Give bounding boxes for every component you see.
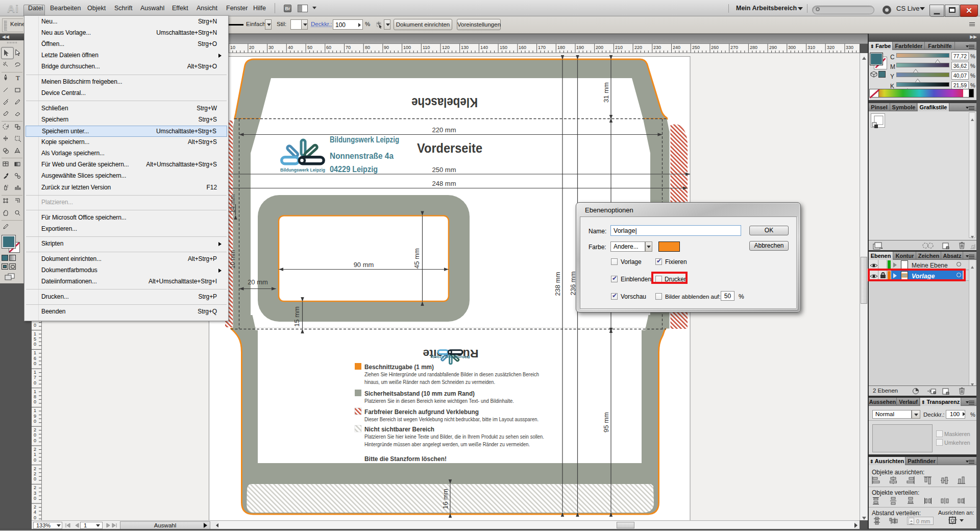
svg-text:90 mm: 90 mm	[354, 261, 374, 269]
svg-text:Ziehen Sie Hintergründe und ra: Ziehen Sie Hintergründe und randabfallen…	[364, 371, 539, 377]
svg-text:Nicht sichtbarer Bereich: Nicht sichtbarer Bereich	[364, 425, 434, 433]
svg-text:Platzieren Sie in diesen Berei: Platzieren Sie in diesen Bereich keine w…	[364, 398, 514, 404]
svg-text:15 mm: 15 mm	[293, 306, 301, 327]
svg-text:250 mm: 250 mm	[432, 166, 456, 174]
svg-text:Dieser Bereich ist wegen Verkl: Dieser Bereich ist wegen Verklebung nich…	[364, 416, 538, 422]
svg-text:Bitte die Stanzform löschen!: Bitte die Stanzform löschen!	[364, 455, 447, 463]
svg-text:Bildungswerk Leipzig: Bildungswerk Leipzig	[280, 167, 325, 173]
svg-text:248 mm: 248 mm	[432, 180, 456, 187]
svg-text:45 mm: 45 mm	[413, 248, 421, 269]
svg-text:10 mm: 10 mm	[229, 250, 236, 269]
svg-text:95 mm: 95 mm	[602, 412, 610, 432]
svg-text:Klebelasche: Klebelasche	[411, 95, 478, 110]
svg-text:hinaus, um weiße Ränder nach d: hinaus, um weiße Ränder nach dem Schneid…	[364, 379, 495, 385]
svg-text:Nonnenstraße 4a: Nonnenstraße 4a	[330, 151, 394, 160]
svg-text:Hintergründe müssen aber angel: Hintergründe müssen aber angelegt werden…	[364, 441, 530, 447]
svg-text:20 mm: 20 mm	[248, 278, 268, 286]
svg-text:238 mm: 238 mm	[554, 272, 561, 296]
svg-text:220 mm: 220 mm	[432, 126, 456, 134]
svg-text:Vorderseite: Vorderseite	[417, 140, 482, 156]
svg-text:14 mm: 14 mm	[229, 195, 236, 213]
svg-text:Bildungswerk Leipzig: Bildungswerk Leipzig	[430, 355, 470, 359]
svg-text:Farbfreier Bereich aufgrund Ve: Farbfreier Bereich aufgrund Verklebung	[364, 408, 479, 416]
svg-text:31 mm: 31 mm	[602, 82, 610, 103]
svg-text:T: T	[16, 74, 20, 82]
svg-text:16 mm: 16 mm	[442, 489, 449, 509]
svg-text:Beschnittzugabe (1 mm): Beschnittzugabe (1 mm)	[364, 363, 434, 371]
svg-text:Bildungswerk Leipzig: Bildungswerk Leipzig	[330, 135, 399, 144]
svg-text:04229 Leipzig: 04229 Leipzig	[330, 164, 378, 174]
svg-text:Sicherheitsabstand (10 mm zum: Sicherheitsabstand (10 mm zum Rand)	[364, 390, 475, 397]
svg-text:Platzieren Sie hier keine Text: Platzieren Sie hier keine Texte und Bild…	[364, 433, 544, 440]
